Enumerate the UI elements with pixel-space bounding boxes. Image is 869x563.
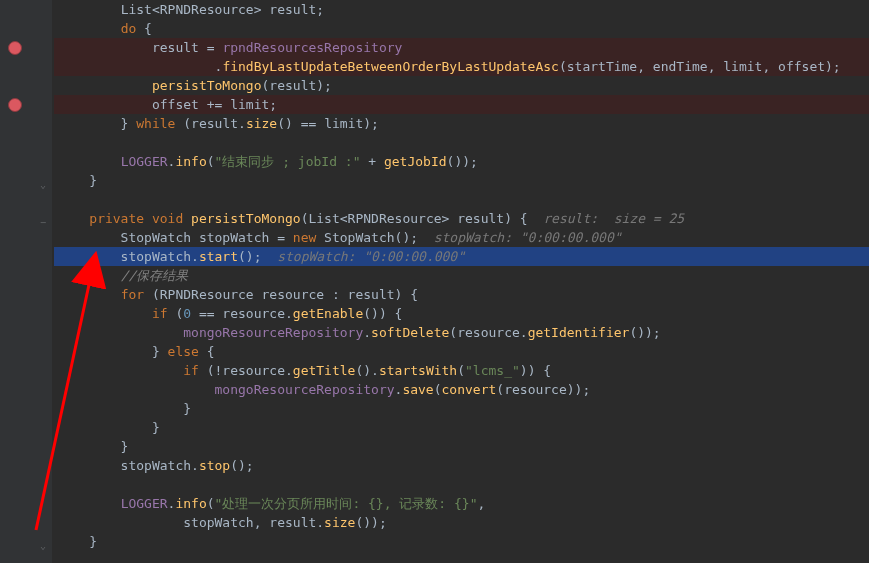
code-line[interactable]: do { [54, 19, 869, 38]
code-line[interactable]: LOGGER.info("结束同步 ; jobId :" + getJobId(… [54, 152, 869, 171]
code-line[interactable]: private void persistToMongo(List<RPNDRes… [54, 209, 869, 228]
code-line[interactable] [54, 133, 869, 152]
code-line[interactable]: } [54, 418, 869, 437]
code-line-current[interactable]: stopWatch.start(); stopWatch: "0:00:00.0… [54, 247, 869, 266]
code-line[interactable]: //保存结果 [54, 266, 869, 285]
code-line[interactable]: .findByLastUpdateBetweenOrderByLastUpdat… [54, 57, 869, 76]
gutter[interactable]: ⌄ − ⌄ [0, 0, 52, 563]
code-line[interactable] [54, 475, 869, 494]
fold-minus-icon[interactable]: − [38, 213, 48, 223]
code-line[interactable]: mongoResourceRepository.save(convert(res… [54, 380, 869, 399]
code-line[interactable]: } else { [54, 342, 869, 361]
code-line[interactable]: for (RPNDResource resource : result) { [54, 285, 869, 304]
code-editor[interactable]: ⌄ − ⌄ List<RPNDResource> result; do { re… [0, 0, 869, 563]
fold-end-icon[interactable]: ⌄ [38, 536, 48, 546]
code-line[interactable]: if (0 == resource.getEnable()) { [54, 304, 869, 323]
breakpoint-icon[interactable] [8, 41, 22, 55]
code-line[interactable]: } while (result.size() == limit); [54, 114, 869, 133]
code-line[interactable]: mongoResourceRepository.softDelete(resou… [54, 323, 869, 342]
code-line[interactable]: persistToMongo(result); [54, 76, 869, 95]
code-line[interactable]: } [54, 399, 869, 418]
code-line[interactable]: offset += limit; [54, 95, 869, 114]
fold-end-icon[interactable]: ⌄ [38, 175, 48, 185]
code-line[interactable]: stopWatch, result.size()); [54, 513, 869, 532]
code-line[interactable]: result = rpndResourcesRepository [54, 38, 869, 57]
code-line[interactable]: LOGGER.info("处理一次分页所用时间: {}, 记录数: {}", [54, 494, 869, 513]
breakpoint-icon[interactable] [8, 98, 22, 112]
code-line[interactable]: if (!resource.getTitle().startsWith("lcm… [54, 361, 869, 380]
code-line[interactable]: } [54, 171, 869, 190]
code-line[interactable]: List<RPNDResource> result; [54, 0, 869, 19]
code-line[interactable]: } [54, 532, 869, 551]
code-line[interactable]: stopWatch.stop(); [54, 456, 869, 475]
code-line[interactable]: StopWatch stopWatch = new StopWatch(); s… [54, 228, 869, 247]
code-line[interactable] [54, 190, 869, 209]
code-area[interactable]: List<RPNDResource> result; do { result =… [52, 0, 869, 563]
code-line[interactable]: } [54, 437, 869, 456]
